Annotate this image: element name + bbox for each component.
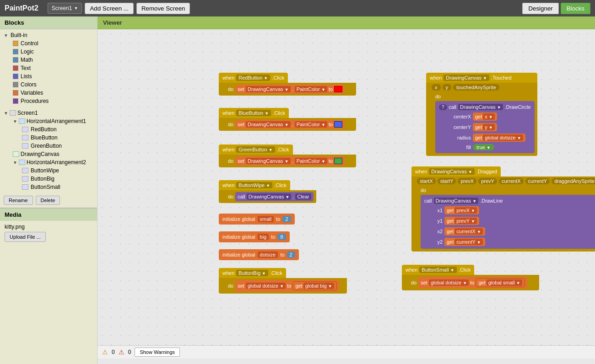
set-global-dotsize-big[interactable]: set global dotsize ▼ to get global big ▼ [235,280,339,292]
drawing-canvas-icon [13,151,19,157]
colors-color [13,82,18,87]
button-big-item[interactable]: ButtonBig [18,175,97,183]
drawing-canvas-label: DrawingCanvas [21,151,60,157]
screen1-label: Screen1 [17,110,38,116]
procedures-label: Procedures [21,98,49,104]
button-wipe-label: ButtonWipe [31,167,59,174]
button-wipe-click-block[interactable]: when ButtonWipe ▼ .Click do call Drawing… [219,180,316,203]
media-header: Media [0,209,97,221]
media-section: Media kitty.png Upload File ... [0,208,97,245]
header-right: Designer Blocks [522,3,590,14]
blocks-button[interactable]: Blocks [561,3,590,14]
delete-button[interactable]: Delete [36,196,60,205]
red-button-label: RedButton [31,126,57,133]
control-item[interactable]: Control [9,39,97,48]
set-drawing-canvas-1[interactable]: set DrawingCanvas ▼ . PaintColor ▼ to [235,85,345,94]
ha2-children: ButtonWipe ButtonBig ButtonSmall [9,166,97,191]
builtin-items: Control Logic Math Text Lists [0,39,97,105]
viewer-header: Viewer [97,16,595,29]
red-button-item[interactable]: RedButton [18,125,97,134]
button-wipe-icon [22,168,28,173]
procedures-item[interactable]: Procedures [9,97,97,105]
green-button-label: GreenButton [31,143,62,149]
colors-item[interactable]: Colors [9,80,97,89]
do-label: do [228,86,233,92]
call-draw-line[interactable]: call DrawingCanvas ▼ .DrawLine x1 get pr… [421,195,595,249]
button-small-label: ButtonSmall [31,184,60,190]
button-small-click-block[interactable]: when ButtonSmall ▼ .Click do set global … [402,265,539,290]
dropdown-arrow-icon: ▼ [74,6,78,11]
builtin-section: ▼ Built-in Control Logic Math T [0,29,97,107]
set-drawing-canvas-3[interactable]: set DrawingCanvas ▼ . PaintColor ▼ to [235,156,345,166]
builtin-label: Built-in [11,32,27,38]
remove-screen-button[interactable]: Remove Screen [136,3,190,14]
math-item[interactable]: Math [9,56,97,64]
drawing-canvas-dragged-block[interactable]: when DrawingCanvas ▼ .Dragged startX sta… [411,166,595,252]
designer-button[interactable]: Designer [522,3,558,14]
math-color [13,57,18,63]
warning-count-2: 0 [128,349,131,355]
when-label: when [222,75,234,80]
screen-dropdown[interactable]: Screen1 ▼ [48,3,82,14]
ha2-folder-icon [19,160,25,165]
rename-button[interactable]: Rename [4,196,33,205]
init-dotsize-block[interactable]: initialize global dotsize to 2 [219,249,299,260]
media-content: kitty.png Upload File ... [0,221,97,245]
drawing-canvas-touched-block[interactable]: when DrawingCanvas ▼ .Touched x y touche… [426,73,537,156]
screen1-folder-icon [10,110,16,116]
math-label: Math [21,57,33,63]
dotsize-value: 2 [287,252,295,258]
warning-icon-2: ⚠ [119,348,124,356]
control-label: Control [21,40,38,47]
ha2-toggle[interactable]: ▼ HorizontalArrangement2 [9,158,97,166]
set-drawing-canvas-2[interactable]: set DrawingCanvas ▼ . PaintColor ▼ to [235,120,345,129]
text-item[interactable]: Text [9,64,97,72]
variables-item[interactable]: Variables [9,89,97,97]
add-screen-button[interactable]: Add Screen ... [85,3,133,14]
ha1-group: ▼ HorizontalArrangement1 RedButton BlueB… [0,117,97,150]
screen1-section: ▼ Screen1 ▼ HorizontalArrangement1 RedBu… [0,107,97,193]
button-big-click-block[interactable]: when ButtonBig ▼ .Click do set global do… [219,268,347,294]
button-wipe-item[interactable]: ButtonWipe [18,166,97,175]
red-button-click-block[interactable]: when RedButton ▼ .Click do set DrawingCa… [219,73,356,96]
screen1-toggle[interactable]: ▼ Screen1 [0,109,97,117]
ha2-label: HorizontalArrangement2 [27,159,86,166]
lists-item[interactable]: Lists [9,72,97,80]
logic-item[interactable]: Logic [9,48,97,56]
button-small-item[interactable]: ButtonSmall [18,183,97,191]
init-small-block[interactable]: initialize global small to 2 [219,214,295,225]
drawing-canvas-item[interactable]: DrawingCanvas [9,150,97,158]
builtin-toggle[interactable]: ▼ Built-in [0,31,97,39]
ha1-folder-icon [19,118,25,124]
green-button-click-block[interactable]: when GreenButton ▼ .Click do set Drawing… [219,145,356,167]
init-big-block[interactable]: initialize global big to 8 [219,231,290,242]
red-button-icon [22,127,28,132]
blocks-canvas[interactable]: when RedButton ▼ .Click do set DrawingCa… [97,29,595,359]
green-button-item[interactable]: GreenButton [18,142,97,150]
set-global-dotsize-small[interactable]: set global dotsize ▼ to get global small… [418,277,527,289]
call-draw-circle[interactable]: ? call DrawingCanvas ▼ .DrawCircle cente… [435,101,535,153]
warning-icon-1: ⚠ [102,348,108,356]
ha1-toggle[interactable]: ▼ HorizontalArrangement1 [9,117,97,125]
text-label: Text [21,65,31,71]
control-color [13,41,18,46]
blue-button-item[interactable]: BlueButton [18,134,97,142]
procedures-color [13,98,18,104]
screen-label: Screen1 [52,5,72,11]
click-label: .Click [272,75,284,80]
ha1-children: RedButton BlueButton GreenButton [9,125,97,150]
warning-bar: ⚠ 0 ⚠ 0 Show Warnings [97,345,595,359]
colors-label: Colors [21,81,37,88]
text-color [13,65,18,71]
blue-button-click-block[interactable]: when BlueButton ▼ .Click do set DrawingC… [219,108,356,131]
upload-button[interactable]: Upload File ... [5,232,46,242]
warning-count-1: 0 [112,349,115,355]
green-button-icon [22,143,28,149]
call-drawing-canvas-clear[interactable]: call DrawingCanvas ▼ . Clear [235,192,314,201]
viewer[interactable]: Viewer when RedButton ▼ .Click [97,16,595,364]
variables-color [13,90,18,96]
ha2-expand-icon: ▼ [13,160,17,165]
button-big-label: ButtonBig [31,176,54,182]
show-warnings-button[interactable]: Show Warnings [135,348,180,357]
app-title: PaintPot2 [5,4,38,12]
